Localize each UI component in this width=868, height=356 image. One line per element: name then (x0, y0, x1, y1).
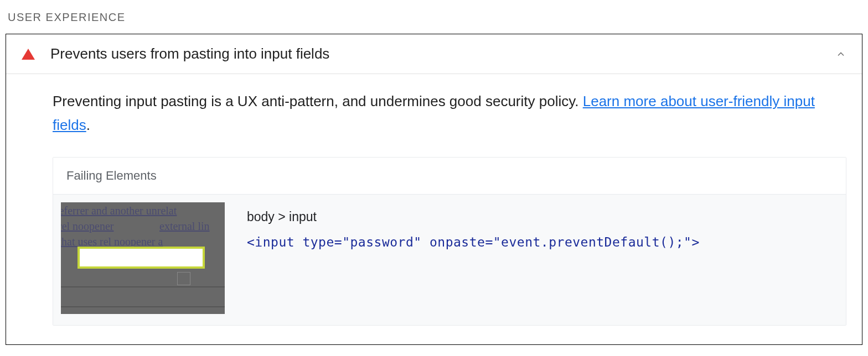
audit-card: Prevents users from pasting into input f… (6, 34, 862, 345)
warning-triangle-icon (22, 49, 35, 60)
thumb-text-line: t uses rel noopener (61, 219, 114, 233)
highlighted-input-icon (78, 247, 205, 269)
element-code: body > input <input type="password" onpa… (247, 202, 838, 314)
thumb-text-line: external lin (159, 219, 210, 233)
thumb-divider (61, 306, 225, 307)
audit-title: Prevents users from pasting into input f… (50, 45, 835, 62)
thumb-divider (61, 286, 225, 287)
audit-description-text: Preventing input pasting is a UX anti-pa… (53, 93, 583, 109)
audit-body: Preventing input pasting is a UX anti-pa… (6, 74, 862, 344)
chevron-up-icon[interactable] (835, 49, 846, 60)
audit-description-end: . (86, 117, 90, 133)
broken-image-icon (177, 272, 190, 285)
element-selector: body > input (247, 206, 838, 228)
failing-elements-panel: Failing Elements noreferrer and another … (53, 157, 846, 326)
audit-summary-row[interactable]: Prevents users from pasting into input f… (6, 34, 862, 74)
failing-element-row: noreferrer and another unrelat t uses re… (53, 195, 846, 325)
thumb-text-line: noreferrer and another unrelat (61, 203, 177, 218)
failing-elements-header: Failing Elements (53, 158, 846, 195)
element-thumbnail: noreferrer and another unrelat t uses re… (61, 202, 225, 314)
section-heading: USER EXPERIENCE (6, 11, 862, 24)
element-snippet: <input type="password" onpaste="event.pr… (247, 231, 838, 253)
audit-description: Preventing input pasting is a UX anti-pa… (53, 90, 846, 137)
